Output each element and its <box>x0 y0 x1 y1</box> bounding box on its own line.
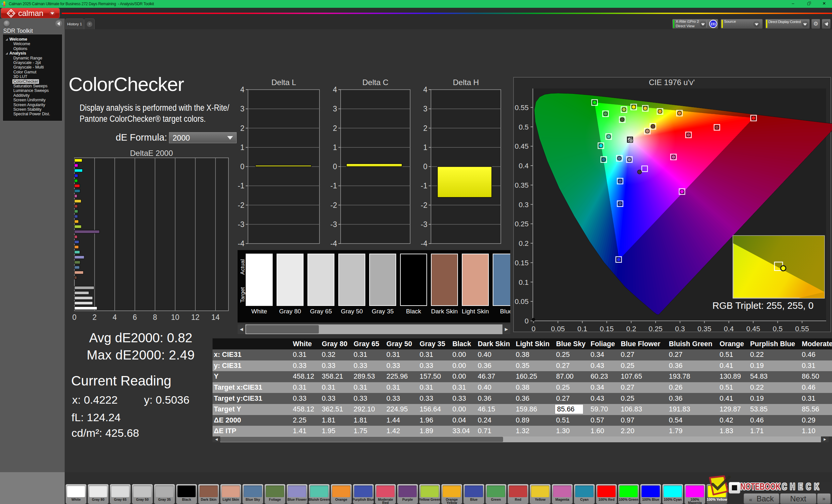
svg-text:0.15: 0.15 <box>600 325 614 333</box>
svg-text:0.45: 0.45 <box>515 142 529 150</box>
svg-text:0.05: 0.05 <box>515 298 529 306</box>
svg-text:RGB Triplet: 255, 255, 0: RGB Triplet: 255, 255, 0 <box>712 300 813 311</box>
svg-text:0: 0 <box>524 317 528 325</box>
svg-text:0.4: 0.4 <box>519 162 529 170</box>
svg-text:0.1: 0.1 <box>577 325 588 333</box>
svg-text:0.55: 0.55 <box>515 104 529 112</box>
svg-text:0.2: 0.2 <box>626 325 636 333</box>
svg-text:0.25: 0.25 <box>649 325 663 333</box>
svg-text:0.2: 0.2 <box>519 239 529 248</box>
svg-text:0.4: 0.4 <box>724 325 734 333</box>
svg-text:0.15: 0.15 <box>515 259 529 267</box>
svg-text:0.45: 0.45 <box>746 325 760 333</box>
svg-text:0.3: 0.3 <box>519 201 529 209</box>
svg-text:0.5: 0.5 <box>519 123 529 131</box>
svg-text:0.35: 0.35 <box>515 181 529 189</box>
svg-text:0.55: 0.55 <box>795 325 809 333</box>
svg-text:0: 0 <box>531 325 535 333</box>
svg-text:0.1: 0.1 <box>519 278 529 286</box>
svg-text:0.3: 0.3 <box>675 325 685 333</box>
svg-text:CIE 1976 u'v': CIE 1976 u'v' <box>649 78 695 87</box>
svg-text:0.5: 0.5 <box>773 325 783 333</box>
svg-text:0.25: 0.25 <box>515 220 529 228</box>
svg-text:0.35: 0.35 <box>698 325 711 333</box>
svg-text:0.05: 0.05 <box>551 325 565 333</box>
